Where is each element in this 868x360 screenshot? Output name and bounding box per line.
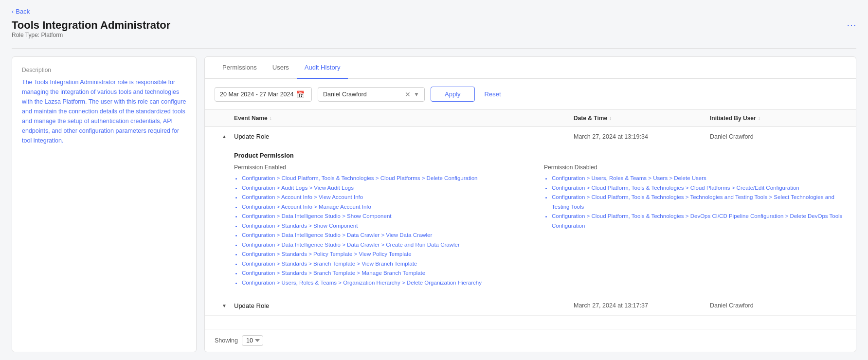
tab-permissions[interactable]: Permissions <box>215 57 265 79</box>
permission-enabled-label: Permission Enabled <box>234 164 536 171</box>
sort-event-icon: ↕ <box>270 116 272 121</box>
more-options-icon[interactable]: ⋯ <box>847 19 856 31</box>
reset-button[interactable]: Reset <box>481 87 505 101</box>
description-text: The Tools Integration Administrator role… <box>22 77 186 145</box>
event-name: Update Role <box>234 302 574 309</box>
event-user: Daniel Crawford <box>710 302 846 309</box>
permission-enabled-list: Configuration > Cloud Platform, Tools & … <box>234 174 536 288</box>
col-event-name[interactable]: Event Name ↕ <box>234 115 574 122</box>
per-page-select[interactable]: 10 25 50 <box>242 335 263 346</box>
permission-disabled-list: Configuration > Users, Roles & Teams > U… <box>544 174 846 231</box>
event-date: March 27, 2024 at 13:17:37 <box>574 302 710 309</box>
back-label: Back <box>16 8 30 15</box>
tabs-bar: Permissions Users Audit History <box>205 57 856 79</box>
list-item: Configuration > Data Intelligence Studio… <box>242 212 536 221</box>
clear-user-icon[interactable]: ✕ <box>405 90 411 98</box>
list-item: Configuration > Audit Logs > View Audit … <box>242 183 536 193</box>
col-toggle <box>215 115 234 122</box>
tab-audit-history[interactable]: Audit History <box>297 57 348 79</box>
table-row: ▲ Update Role March 27, 2024 at 13:19:34… <box>205 127 856 296</box>
header-divider <box>12 48 856 49</box>
list-item: Configuration > Account Info > View Acco… <box>242 193 536 202</box>
filters-bar: 20 Mar 2024 - 27 Mar 2024 📅 Daniel Crawf… <box>205 79 856 110</box>
description-label: Description <box>22 67 186 73</box>
page-title: Tools Integration Administrator <box>12 19 170 32</box>
list-item: Configuration > Standards > Branch Templ… <box>242 269 536 278</box>
list-item: Configuration > Data Intelligence Studio… <box>242 240 536 250</box>
event-name: Update Role <box>234 133 574 140</box>
tab-users[interactable]: Users <box>265 57 297 79</box>
list-item: Configuration > Users, Roles & Teams > U… <box>552 174 846 183</box>
pagination-bar: Showing 10 25 50 <box>205 329 856 352</box>
list-item: Configuration > Cloud Platform, Tools & … <box>242 174 536 183</box>
table-header: Event Name ↕ Date & Time ↕ Initiated By … <box>205 110 856 127</box>
table-body: ▲ Update Role March 27, 2024 at 13:19:34… <box>205 127 856 329</box>
sort-date-icon: ↕ <box>609 116 612 121</box>
role-type: Role Type: Platform <box>12 32 170 38</box>
permission-disabled-label: Permission Disabled <box>544 164 846 171</box>
back-chevron-icon: ‹ <box>12 8 14 15</box>
date-range-input[interactable]: 20 Mar 2024 - 27 Mar 2024 📅 <box>215 87 312 102</box>
date-range-value: 20 Mar 2024 - 27 Mar 2024 <box>220 91 293 98</box>
list-item: Configuration > Account Info > Manage Ac… <box>242 202 536 212</box>
event-user: Daniel Crawford <box>710 133 846 140</box>
row-toggle-expand-icon[interactable]: ▲ <box>215 134 234 139</box>
event-row-header[interactable]: ▲ Update Role March 27, 2024 at 13:19:34… <box>205 127 856 146</box>
event-date: March 27, 2024 at 13:19:34 <box>574 133 710 140</box>
apply-button[interactable]: Apply <box>431 87 475 102</box>
list-item: Configuration > Users, Roles & Teams > O… <box>242 278 536 288</box>
main-panel: Permissions Users Audit History 20 Mar 2… <box>204 56 856 352</box>
col-initiated-by[interactable]: Initiated By User ↕ <box>710 115 846 122</box>
user-filter-select[interactable]: Daniel Crawford ✕ ▼ <box>318 87 425 102</box>
list-item: Configuration > Standards > Branch Templ… <box>242 259 536 269</box>
description-panel: Description The Tools Integration Admini… <box>12 56 197 352</box>
event-detail: Product Permission Permission Enabled Co… <box>205 146 856 296</box>
list-item: Configuration > Cloud Platform, Tools & … <box>552 193 846 212</box>
user-filter-value: Daniel Crawford <box>323 91 367 98</box>
event-row-header[interactable]: ▼ Update Role March 27, 2024 at 13:17:37… <box>205 296 856 315</box>
col-date-time[interactable]: Date & Time ↕ <box>574 115 710 122</box>
table-row: ▼ Update Role March 27, 2024 at 13:17:37… <box>205 296 856 316</box>
list-item: Configuration > Data Intelligence Studio… <box>242 231 536 240</box>
product-permission-title: Product Permission <box>234 152 846 159</box>
calendar-icon: 📅 <box>296 90 305 98</box>
row-toggle-collapse-icon[interactable]: ▼ <box>215 303 234 308</box>
list-item: Configuration > Cloud Platform, Tools & … <box>552 183 846 193</box>
list-item: Configuration > Standards > Policy Templ… <box>242 250 536 259</box>
back-link[interactable]: ‹ Back <box>12 8 30 15</box>
list-item: Configuration > Cloud Platform, Tools & … <box>552 212 846 231</box>
showing-label: Showing <box>215 337 238 344</box>
sort-user-icon: ↕ <box>758 116 760 121</box>
list-item: Configuration > Standards > Show Compone… <box>242 221 536 231</box>
chevron-down-icon: ▼ <box>414 91 419 98</box>
